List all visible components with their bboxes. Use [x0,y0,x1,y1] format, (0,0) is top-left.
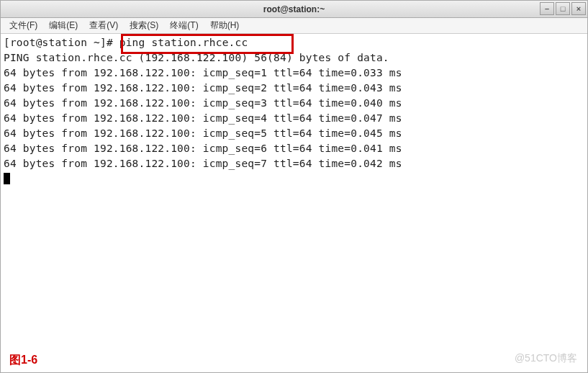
terminal-area[interactable]: [root@station ~]# ping station.rhce.cc P… [1,34,587,188]
ping-line: 64 bytes from 192.168.122.100: icmp_seq=… [4,141,584,156]
menubar: 文件(F) 编辑(E) 查看(V) 搜索(S) 终端(T) 帮助(H) [1,18,587,34]
menu-terminal[interactable]: 终端(T) [164,18,204,33]
menu-edit[interactable]: 编辑(E) [43,18,83,33]
menu-view[interactable]: 查看(V) [83,18,124,33]
ping-line: 64 bytes from 192.168.122.100: icmp_seq=… [4,66,584,81]
close-button[interactable]: × [571,2,586,15]
watermark: @51CTO博客 [515,352,577,365]
cursor-line [4,171,584,186]
prompt: [root@station ~]# [4,37,119,48]
ping-header: PING station.rhce.cc (192.168.122.100) 5… [4,50,584,66]
window-title: root@station:~ [263,4,325,14]
menu-search[interactable]: 搜索(S) [124,18,164,33]
ping-line: 64 bytes from 192.168.122.100: icmp_seq=… [4,81,584,96]
menu-file[interactable]: 文件(F) [4,18,43,33]
prompt-line: [root@station ~]# ping station.rhce.cc [4,35,584,50]
ping-line: 64 bytes from 192.168.122.100: icmp_seq=… [4,156,584,171]
command: ping station.rhce.cc [119,37,248,48]
titlebar: root@station:~ – □ × [1,1,587,18]
minimize-button[interactable]: – [540,2,554,15]
figure-label: 图1-6 [9,353,37,368]
ping-line: 64 bytes from 192.168.122.100: icmp_seq=… [4,126,584,141]
cursor-icon [4,173,10,184]
window-controls: – □ × [540,2,586,15]
menu-help[interactable]: 帮助(H) [204,18,245,33]
maximize-button[interactable]: □ [556,2,570,15]
ping-line: 64 bytes from 192.168.122.100: icmp_seq=… [4,111,584,126]
ping-line: 64 bytes from 192.168.122.100: icmp_seq=… [4,96,584,111]
